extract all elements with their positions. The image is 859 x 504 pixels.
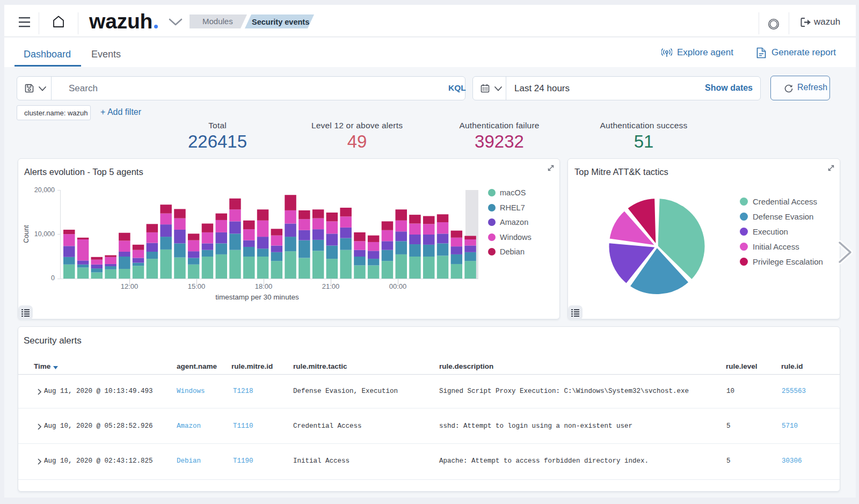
svg-text:Security events: Security events [252,18,309,26]
svg-text:Modules: Modules [202,17,233,26]
